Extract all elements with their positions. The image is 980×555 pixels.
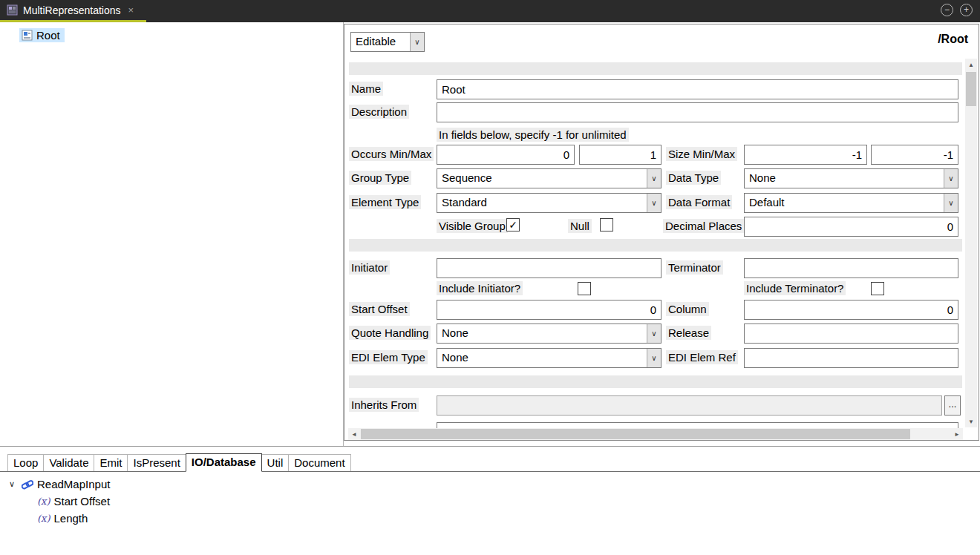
- inherits-from-browse-button[interactable]: ...: [944, 395, 961, 416]
- rules-tree: ∨ ReadMapInput (x) Start Offset (x) Leng…: [0, 472, 980, 527]
- variable-icon: (x): [37, 496, 50, 507]
- occurs-max-input[interactable]: [579, 145, 662, 165]
- inherits-from-input: [437, 395, 942, 416]
- chevron-down-icon: ∨: [944, 194, 958, 212]
- chevron-down-icon: ∨: [647, 194, 661, 212]
- visible-group-checkbox[interactable]: [506, 218, 520, 231]
- data-format-select[interactable]: Default ∨: [744, 193, 958, 213]
- link-icon: [22, 479, 33, 490]
- column-label: Column: [666, 302, 709, 316]
- window-controls: − +: [941, 4, 973, 16]
- tab-loop[interactable]: Loop: [7, 454, 44, 471]
- name-label: Name: [349, 82, 383, 96]
- circle-plus-button[interactable]: +: [960, 4, 973, 16]
- scroll-left-icon[interactable]: ◄: [348, 428, 360, 440]
- clipped-input: [437, 422, 958, 428]
- name-input[interactable]: [437, 79, 958, 99]
- size-max-input[interactable]: [871, 145, 958, 165]
- decimal-places-label: Decimal Places: [663, 219, 744, 233]
- include-terminator-label: Include Terminator?: [744, 281, 846, 295]
- scroll-up-icon[interactable]: ▲: [965, 59, 977, 70]
- vertical-scrollbar[interactable]: ▲ ▼: [965, 59, 977, 427]
- terminator-label: Terminator: [666, 260, 723, 275]
- tab-io-database[interactable]: IO/Database: [186, 453, 262, 472]
- terminator-input[interactable]: [744, 258, 958, 278]
- tree-item-label: Root: [36, 29, 60, 42]
- initiator-input[interactable]: [437, 258, 662, 278]
- tree-item-root[interactable]: Root: [19, 28, 65, 42]
- element-type-select[interactable]: Standard ∨: [437, 193, 662, 213]
- quote-handling-select[interactable]: None ∨: [437, 324, 662, 344]
- description-label: Description: [349, 105, 409, 119]
- section-separator: [349, 62, 962, 75]
- app-icon: [6, 4, 18, 16]
- document-tab-title: MultiRepresentations: [23, 4, 121, 16]
- element-type-value: Standard: [437, 194, 647, 212]
- quote-handling-value: None: [437, 324, 647, 343]
- close-icon[interactable]: ×: [128, 4, 134, 16]
- chevron-down-icon[interactable]: ∨: [6, 479, 18, 489]
- release-input[interactable]: [744, 324, 958, 344]
- edi-elem-type-label: EDI Elem Type: [349, 350, 428, 364]
- tree-row-readmapinput[interactable]: ∨ ReadMapInput: [6, 476, 980, 493]
- section-separator: [349, 239, 962, 252]
- root-node-icon: [21, 30, 33, 42]
- tree-row-label: Length: [53, 512, 88, 525]
- unlimited-hint: In fields below, specify -1 for unlimite…: [437, 128, 629, 142]
- mode-select[interactable]: Editable ∨: [350, 32, 425, 52]
- include-initiator-checkbox[interactable]: [578, 282, 591, 295]
- vertical-scroll-thumb[interactable]: [966, 72, 976, 106]
- data-type-select[interactable]: None ∨: [744, 168, 958, 188]
- data-type-value: None: [745, 169, 944, 188]
- occurs-min-input[interactable]: [437, 145, 575, 165]
- description-input[interactable]: [437, 102, 958, 122]
- node-path: /Root: [938, 33, 968, 46]
- tab-ispresent[interactable]: IsPresent: [127, 454, 186, 471]
- circle-minus-button[interactable]: −: [941, 4, 953, 16]
- tree-row-length[interactable]: (x) Length: [6, 510, 980, 527]
- horizontal-scroll-thumb[interactable]: [361, 429, 910, 439]
- null-label: Null: [568, 219, 592, 233]
- tab-document[interactable]: Document: [288, 454, 350, 471]
- edi-elem-type-select[interactable]: None ∨: [437, 348, 662, 368]
- tree-row-label: ReadMapInput: [37, 478, 110, 490]
- start-offset-input[interactable]: [437, 300, 662, 320]
- null-checkbox[interactable]: [600, 218, 613, 231]
- rules-panel: Loop Validate Emit IsPresent IO/Database…: [0, 447, 980, 555]
- decimal-places-input[interactable]: [744, 217, 958, 237]
- group-type-label: Group Type: [349, 171, 411, 185]
- include-terminator-checkbox[interactable]: [871, 282, 884, 295]
- chevron-down-icon: ∨: [647, 349, 661, 367]
- tab-emit[interactable]: Emit: [94, 454, 128, 471]
- include-initiator-label: Include Initiator?: [437, 281, 523, 295]
- edi-elem-ref-input[interactable]: [744, 348, 958, 368]
- scroll-right-icon[interactable]: ►: [951, 428, 963, 440]
- mode-select-value: Editable: [351, 33, 410, 51]
- data-format-label: Data Format: [666, 195, 732, 209]
- visible-group-label: Visible Group: [437, 219, 508, 233]
- edi-elem-ref-label: EDI Elem Ref: [666, 350, 738, 364]
- column-input[interactable]: [744, 300, 958, 320]
- group-type-select[interactable]: Sequence ∨: [437, 168, 662, 188]
- horizontal-scrollbar[interactable]: ◄ ►: [348, 428, 963, 440]
- variable-icon: (x): [37, 513, 50, 524]
- start-offset-label: Start Offset: [349, 302, 410, 316]
- rules-tab-bar: Loop Validate Emit IsPresent IO/Database…: [0, 447, 980, 472]
- chevron-down-icon: ∨: [647, 324, 661, 343]
- size-min-input[interactable]: [744, 145, 867, 165]
- element-type-label: Element Type: [349, 195, 421, 209]
- tab-util[interactable]: Util: [261, 454, 290, 471]
- document-tab[interactable]: MultiRepresentations ×: [0, 0, 143, 20]
- tree-row-start-offset[interactable]: (x) Start Offset: [6, 493, 980, 510]
- scroll-down-icon[interactable]: ▼: [965, 416, 977, 427]
- chevron-down-icon: ∨: [944, 169, 958, 188]
- tree-row-label: Start Offset: [53, 495, 110, 508]
- quote-handling-label: Quote Handling: [349, 326, 431, 340]
- chevron-down-icon: ∨: [647, 169, 661, 188]
- edi-elem-type-value: None: [437, 349, 647, 367]
- tab-validate[interactable]: Validate: [43, 454, 94, 471]
- chevron-down-icon: ∨: [410, 33, 424, 51]
- inherits-from-label: Inherits From: [349, 398, 419, 412]
- data-type-label: Data Type: [666, 171, 721, 185]
- initiator-label: Initiator: [349, 260, 390, 275]
